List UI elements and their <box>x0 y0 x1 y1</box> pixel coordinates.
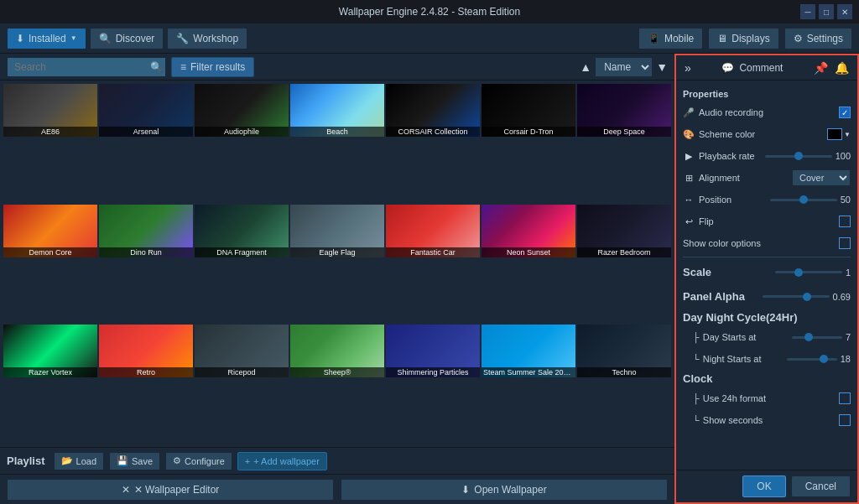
wallpaper-item-dino[interactable]: Dino Run <box>99 205 193 257</box>
add-wallpaper-button[interactable]: + + Add wallpaper <box>237 452 327 470</box>
show-seconds-checkbox[interactable] <box>839 414 851 426</box>
window-controls: ─ □ ✕ <box>800 4 852 19</box>
minimize-button[interactable]: ─ <box>800 4 815 19</box>
audio-recording-row: 🎤 Audio recording ✓ <box>683 104 851 121</box>
workshop-icon: 🔧 <box>176 33 189 44</box>
panel-alpha-value: 0.69 <box>833 292 851 302</box>
sort-up-arrow-icon[interactable]: ▲ <box>580 60 591 74</box>
bell-button[interactable]: 🔔 <box>833 60 851 76</box>
wallpaper-item-dna[interactable]: DNA Fragment <box>195 205 289 257</box>
wallpaper-item-steam-summer[interactable]: Steam Summer Sale 2023 - Summer in the C… <box>482 325 575 377</box>
scale-slider[interactable] <box>775 271 842 273</box>
wallpaper-item-audiophile[interactable]: Audiophile <box>195 84 289 137</box>
audio-recording-checkbox[interactable]: ✓ <box>839 107 851 118</box>
alignment-row: ⊞ Alignment Cover Stretch Fit Fill Cente… <box>683 169 851 186</box>
wallpaper-item-beach[interactable]: Beach <box>290 84 384 137</box>
ok-button[interactable]: OK <box>742 475 785 497</box>
close-button[interactable]: ✕ <box>837 4 852 19</box>
cancel-button[interactable]: Cancel <box>791 475 851 497</box>
playlist-configure-button[interactable]: ⚙ Configure <box>165 452 232 470</box>
wallpaper-item-retro[interactable]: Retro <box>99 325 193 377</box>
installed-icon: ⬇ <box>16 33 24 44</box>
wallpaper-item-arsenal[interactable]: Arsenal <box>99 84 193 137</box>
day-starts-row: ├ Day Starts at 7 <box>683 329 851 346</box>
title-bar: Wallpaper Engine 2.4.82 - Steam Edition … <box>0 0 859 23</box>
use-24h-label: ├ Use 24h format <box>693 393 766 403</box>
panel-alpha-control: 0.69 <box>745 292 851 302</box>
mobile-button[interactable]: 📱 Mobile <box>638 28 703 49</box>
wallpaper-item-fantastic[interactable]: Fantastic Car <box>386 205 480 257</box>
flip-row: ↩ Flip <box>683 213 851 230</box>
play-icon: ▶ <box>683 151 695 162</box>
wallpaper-grid: AE86ArsenalAudiophileBeachCORSAIR Collec… <box>0 81 674 447</box>
night-starts-slider[interactable] <box>787 358 837 361</box>
playlist-label: Playlist <box>7 455 45 467</box>
wallpaper-item-ricepod[interactable]: Ricepod <box>195 325 289 377</box>
wallpaper-item-corsair[interactable]: CORSAIR Collection <box>386 84 480 137</box>
workshop-button[interactable]: 🔧 Workshop <box>167 28 247 49</box>
day-starts-slider[interactable] <box>792 336 842 339</box>
playback-rate-label: ▶ Playback rate <box>683 151 765 162</box>
flip-checkbox[interactable] <box>839 216 851 227</box>
scheme-color-row: 🎨 Scheme color ▼ <box>683 126 851 143</box>
search-input[interactable] <box>7 57 166 77</box>
installed-button[interactable]: ⬇ Installed ▼ <box>7 28 86 49</box>
playlist-configure-label: Configure <box>185 456 225 466</box>
displays-button[interactable]: 🖥 Displays <box>708 28 778 49</box>
scale-row: Scale 1 <box>683 262 851 282</box>
wallpaper-item-corsair-d[interactable]: Corsair D-Tron <box>482 84 575 137</box>
color-dropdown-icon[interactable]: ▼ <box>844 131 851 138</box>
scale-label: Scale <box>683 266 711 278</box>
wallpaper-item-deepspace[interactable]: Deep Space <box>577 84 671 137</box>
panel-expand-button[interactable]: » <box>683 60 693 76</box>
position-slider[interactable] <box>770 199 837 201</box>
use-24h-row: ├ Use 24h format <box>683 390 851 407</box>
filter-label: Filter results <box>190 61 245 73</box>
playback-rate-control: 100 <box>765 151 851 161</box>
position-value: 50 <box>841 195 851 205</box>
gear-icon: ⚙ <box>794 33 803 44</box>
flip-label: ↩ Flip <box>683 216 839 227</box>
position-label: ↔ Position <box>683 195 767 205</box>
panel-alpha-slider[interactable] <box>763 295 830 298</box>
filter-results-button[interactable]: ≡ Filter results <box>171 57 254 77</box>
playlist-save-label: Save <box>132 456 153 466</box>
position-icon: ↔ <box>683 195 695 205</box>
add-icon: + <box>245 456 250 466</box>
use-24h-checkbox[interactable] <box>839 392 851 404</box>
open-wallpaper-label: Open Wallpaper <box>474 484 546 496</box>
wallpaper-item-shimmering[interactable]: Shimmering Particles <box>386 325 480 377</box>
pin-button[interactable]: 📌 <box>812 60 830 76</box>
wallpaper-item-techno[interactable]: Techno <box>577 325 671 377</box>
window-title: Wallpaper Engine 2.4.82 - Steam Edition <box>339 6 520 18</box>
wallpaper-item-demon[interactable]: Demon Core <box>3 205 97 257</box>
wallpaper-item-razer-bed[interactable]: Razer Bedroom <box>577 205 671 257</box>
playback-rate-slider[interactable] <box>765 155 832 158</box>
comment-icon: 💬 <box>721 62 734 74</box>
maximize-button[interactable]: □ <box>819 4 834 19</box>
clock-label: Clock <box>683 372 851 385</box>
sort-down-arrow-icon[interactable]: ▼ <box>656 60 668 74</box>
wallpaper-item-razer-vortex[interactable]: Razer Vortex <box>3 325 97 377</box>
discover-button[interactable]: 🔍 Discover <box>90 28 164 49</box>
search-submit-icon[interactable]: 🔍 <box>150 61 163 73</box>
playlist-load-label: Load <box>76 456 96 466</box>
installed-label: Installed <box>29 33 66 44</box>
wallpaper-item-sheep[interactable]: Sheep® <box>290 325 384 377</box>
wallpaper-item-neon[interactable]: Neon Sunset <box>482 205 575 257</box>
wallpaper-editor-button[interactable]: ✕ ✕ Wallpaper Editor <box>7 479 334 501</box>
left-area: 🔍 ≡ Filter results ▲ Name Date Rating ▼ … <box>0 54 674 504</box>
color-picker-swatch[interactable] <box>827 128 842 140</box>
open-wallpaper-button[interactable]: ⬇ Open Wallpaper <box>341 479 668 501</box>
show-color-options-checkbox[interactable] <box>839 237 851 249</box>
microphone-icon: 🎤 <box>683 107 695 118</box>
search-bar: 🔍 ≡ Filter results ▲ Name Date Rating ▼ <box>0 54 674 81</box>
sort-select[interactable]: Name Date Rating <box>595 57 653 77</box>
playlist-save-button[interactable]: 💾 Save <box>109 452 160 470</box>
show-color-options-row: Show color options <box>683 235 851 252</box>
playlist-load-button[interactable]: 📂 Load <box>54 452 104 470</box>
settings-button[interactable]: ⚙ Settings <box>784 28 852 49</box>
alignment-select[interactable]: Cover Stretch Fit Fill Center <box>792 169 851 186</box>
wallpaper-item-eagle[interactable]: Eagle Flag <box>290 205 384 257</box>
wallpaper-item-ae86[interactable]: AE86 <box>3 84 97 137</box>
